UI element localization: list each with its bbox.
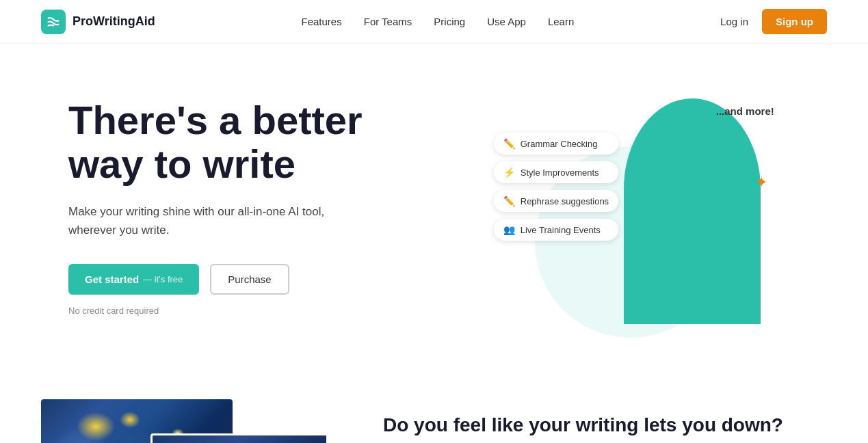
hero-title: There's a better way to write bbox=[68, 98, 448, 186]
section-two: My idea in my head Do you feel like your… bbox=[0, 372, 868, 443]
navbar: ProWritingAid Features For Teams Pricing… bbox=[0, 0, 868, 44]
pill-training-label: Live Training Events bbox=[521, 225, 601, 235]
pill-rephrase-label: Rephrase suggestions bbox=[521, 196, 609, 206]
section-two-heading: Do you feel like your writing lets you d… bbox=[383, 413, 813, 438]
navbar-auth: Log in Sign up bbox=[720, 9, 827, 34]
pill-style: ⚡ Style Improvements bbox=[494, 161, 618, 183]
training-icon: 👥 bbox=[503, 224, 515, 235]
pill-grammar-label: Grammar Checking bbox=[521, 139, 598, 149]
nav-learn[interactable]: Learn bbox=[548, 16, 574, 27]
free-label: — it's free bbox=[143, 274, 183, 284]
nav-pricing[interactable]: Pricing bbox=[434, 16, 465, 27]
hero-illustration: ...and more! ✦ ✏️ Grammar Checking ⚡ Sty… bbox=[448, 85, 828, 345]
nav-for-teams[interactable]: For Teams bbox=[364, 16, 412, 27]
hero-buttons: Get started — it's free Purchase bbox=[68, 264, 448, 295]
sign-up-button[interactable]: Sign up bbox=[762, 9, 827, 34]
navbar-links: Features For Teams Pricing Use App Learn bbox=[302, 16, 575, 27]
hero-section: There's a better way to write Make your … bbox=[0, 44, 868, 372]
section-two-left: My idea in my head bbox=[41, 399, 328, 443]
hero-subtitle: Make your writing shine with our all-in-… bbox=[68, 202, 328, 239]
nav-use-app[interactable]: Use App bbox=[487, 16, 526, 27]
get-started-button[interactable]: Get started — it's free bbox=[68, 264, 199, 295]
brand-name: ProWritingAid bbox=[73, 14, 155, 29]
painting-overlay bbox=[150, 433, 328, 443]
pill-rephrase: ✏️ Rephrase suggestions bbox=[494, 190, 618, 212]
illustration-person-bg bbox=[624, 98, 761, 324]
get-started-label: Get started bbox=[85, 273, 139, 285]
grammar-icon: ✏️ bbox=[503, 138, 515, 149]
purchase-button[interactable]: Purchase bbox=[210, 264, 289, 295]
logo-icon bbox=[41, 10, 66, 34]
hero-content: There's a better way to write Make your … bbox=[68, 85, 448, 316]
illustration-container: ...and more! ✦ ✏️ Grammar Checking ⚡ Sty… bbox=[494, 92, 781, 338]
pill-grammar: ✏️ Grammar Checking bbox=[494, 133, 618, 155]
no-credit-text: No credit card required bbox=[68, 306, 448, 316]
pill-style-label: Style Improvements bbox=[521, 167, 599, 178]
section-two-heading-text: Do you feel like your writing lets you d… bbox=[383, 414, 783, 435]
feature-pills: ✏️ Grammar Checking ⚡ Style Improvements… bbox=[494, 133, 618, 241]
rephrase-icon: ✏️ bbox=[503, 196, 515, 206]
log-in-link[interactable]: Log in bbox=[720, 16, 748, 27]
sparkle-icon: ✦ bbox=[755, 174, 767, 191]
section-two-right: Do you feel like your writing lets you d… bbox=[383, 399, 813, 443]
starry-night-container: My idea in my head bbox=[41, 399, 328, 443]
pill-training: 👥 Live Training Events bbox=[494, 219, 618, 241]
nav-features[interactable]: Features bbox=[302, 16, 342, 27]
and-more-text: ...and more! bbox=[716, 105, 774, 117]
style-icon: ⚡ bbox=[503, 167, 515, 178]
navbar-brand: ProWritingAid bbox=[41, 10, 155, 34]
